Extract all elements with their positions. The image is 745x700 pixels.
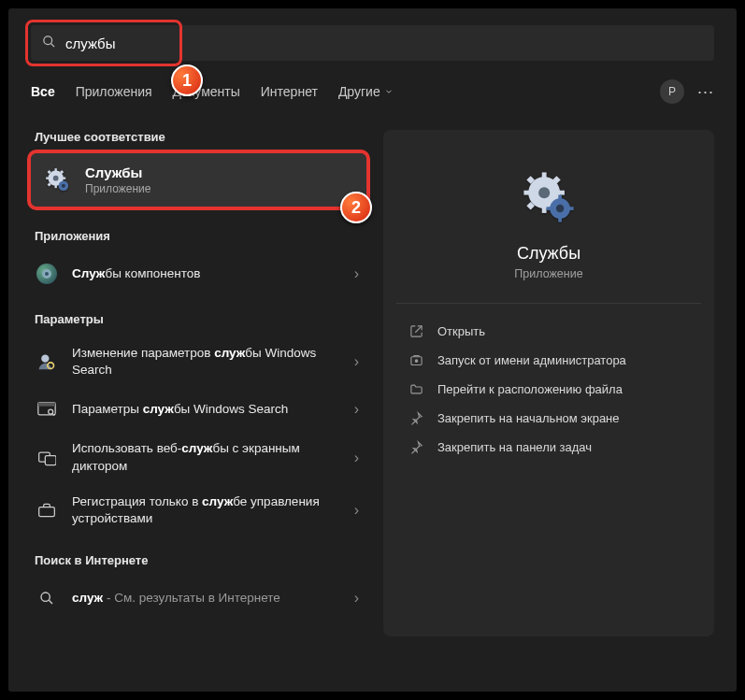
svg-rect-39 (558, 195, 562, 200)
user-search-icon (35, 350, 59, 374)
result-label: Использовать веб-службы с экранным дикто… (72, 440, 341, 474)
action-label: Перейти к расположению файла (437, 382, 623, 396)
action-label: Закрепить на начальном экране (437, 411, 620, 425)
chevron-right-icon: › (354, 590, 359, 607)
svg-line-1 (51, 43, 54, 46)
svg-rect-42 (569, 207, 574, 210)
result-param-3[interactable]: Регистрация только в службе управления у… (31, 484, 366, 536)
tab-web[interactable]: Интернет (261, 84, 318, 99)
result-param-0[interactable]: Изменение параметров службы Windows Sear… (31, 336, 366, 388)
folder-icon (408, 382, 424, 396)
search-area: 1 (31, 25, 714, 61)
pin-icon (408, 440, 424, 454)
svg-point-0 (44, 36, 52, 44)
svg-rect-30 (542, 207, 547, 213)
search-icon (35, 586, 59, 610)
svg-rect-7 (63, 177, 66, 179)
divider (396, 303, 701, 304)
action-pin-taskbar[interactable]: Закрепить на панели задач (402, 433, 695, 462)
chevron-right-icon: › (354, 353, 359, 370)
action-label: Закрепить на панели задач (437, 440, 592, 454)
svg-point-25 (41, 593, 50, 601)
section-apps-title: Приложения (35, 229, 366, 243)
svg-point-16 (41, 355, 49, 363)
chevron-right-icon: › (354, 502, 359, 519)
search-bar[interactable] (31, 25, 714, 61)
svg-point-15 (45, 272, 49, 276)
narrator-icon (35, 446, 59, 470)
section-params-title: Параметры (35, 312, 366, 326)
svg-rect-23 (45, 455, 56, 464)
window-search-icon (35, 397, 59, 421)
section-best-match-title: Лучшее соответствие (35, 130, 366, 144)
pin-icon (408, 411, 424, 425)
action-run-admin[interactable]: Запуск от имени администратора (402, 346, 695, 375)
open-icon (408, 324, 424, 338)
action-open-location[interactable]: Перейти к расположению файла (402, 375, 695, 404)
result-label: Регистрация только в службе управления у… (72, 493, 341, 527)
svg-point-13 (62, 183, 65, 187)
annotation-badge-1: 1 (171, 64, 203, 96)
details-panel: Службы Приложение Открыть Запуск от имен… (383, 130, 714, 636)
result-label: служ - См. результаты в Интернете (72, 590, 341, 607)
svg-rect-4 (55, 168, 57, 172)
svg-point-28 (538, 187, 550, 198)
svg-line-26 (49, 601, 52, 605)
section-web-title: Поиск в Интернете (35, 553, 366, 567)
svg-rect-31 (523, 191, 530, 195)
details-subtitle: Приложение (402, 267, 695, 280)
results-left-column: Лучшее соответствие Службы (31, 130, 366, 636)
result-label: Параметры службы Windows Search (72, 401, 341, 418)
tab-more[interactable]: Другие (338, 84, 394, 99)
chevron-right-icon: › (354, 265, 359, 282)
annotation-badge-2: 2 (340, 192, 372, 223)
svg-point-3 (53, 175, 59, 180)
svg-rect-32 (558, 191, 565, 195)
tab-all[interactable]: Все (31, 84, 55, 99)
action-open[interactable]: Открыть (402, 317, 695, 346)
action-label: Запуск от имени администратора (437, 353, 626, 367)
result-web-search[interactable]: служ - См. результаты в Интернете › (31, 577, 366, 620)
svg-point-38 (556, 205, 564, 212)
best-match-subtitle: Приложение (85, 182, 150, 195)
user-avatar[interactable]: P (660, 79, 684, 104)
best-match-result[interactable]: Службы Приложение (31, 153, 366, 207)
svg-rect-5 (55, 184, 57, 188)
more-options-button[interactable]: ··· (697, 82, 714, 102)
svg-rect-41 (547, 207, 552, 210)
filter-tabs: Все Приложения Документы Интернет Другие… (31, 79, 714, 104)
action-label: Открыть (437, 324, 485, 338)
svg-point-44 (415, 360, 418, 363)
result-param-1[interactable]: Параметры службы Windows Search › (31, 388, 366, 431)
search-icon (42, 35, 56, 52)
tab-apps[interactable]: Приложения (76, 84, 152, 99)
details-title: Службы (402, 244, 695, 264)
shield-icon (408, 353, 424, 367)
action-pin-start[interactable]: Закрепить на начальном экране (402, 404, 695, 433)
component-services-icon (35, 262, 59, 286)
result-label: Изменение параметров службы Windows Sear… (72, 345, 341, 379)
search-input[interactable] (65, 36, 703, 51)
chevron-down-icon (384, 87, 394, 96)
svg-rect-19 (38, 403, 55, 407)
svg-rect-29 (542, 172, 547, 179)
gear-icon (44, 166, 72, 194)
result-label: Службы компонентов (72, 265, 341, 282)
briefcase-icon (35, 498, 59, 522)
svg-rect-6 (46, 177, 50, 179)
svg-rect-40 (558, 218, 562, 222)
result-param-2[interactable]: Использовать веб-службы с экранным дикто… (31, 431, 366, 483)
app-large-icon (519, 167, 579, 227)
svg-rect-24 (39, 507, 55, 517)
chevron-right-icon: › (354, 401, 359, 418)
chevron-right-icon: › (354, 450, 359, 466)
best-match-title: Службы (85, 164, 150, 180)
result-app-component-services[interactable]: Службы компонентов › (31, 252, 366, 295)
